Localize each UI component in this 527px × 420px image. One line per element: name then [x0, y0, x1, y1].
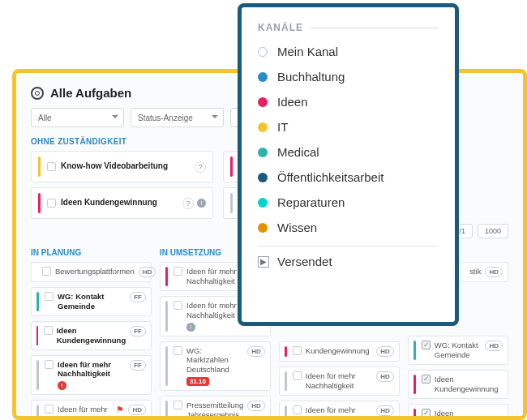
- channel-item-sent[interactable]: ▶ Versendet: [258, 255, 439, 268]
- channel-item-wissen[interactable]: Wissen: [258, 221, 439, 234]
- task-card[interactable]: Ideen Kundengewinnung: [408, 370, 508, 399]
- channel-item-it[interactable]: IT: [258, 120, 439, 134]
- channel-label: IT: [277, 120, 288, 134]
- channel-dot-icon: [258, 97, 268, 107]
- divider: [258, 246, 439, 246]
- checkbox[interactable]: [293, 346, 302, 355]
- channel-item-reparaturen[interactable]: Reparaturen: [258, 195, 439, 209]
- filter-all-label: Alle: [38, 114, 52, 122]
- channel-color-bar: [38, 156, 41, 177]
- channel-label: Buchhaltung: [277, 70, 345, 84]
- task-name: WG: Kontakt Gemeinde: [58, 292, 126, 311]
- channel-dot-icon: [258, 173, 268, 182]
- task-card[interactable]: Ideen für mehr Nachhaltigkeit!HD: [279, 401, 400, 420]
- filter-status-select[interactable]: Status-Anzeige: [131, 108, 224, 127]
- channel-dot-icon: [258, 198, 268, 208]
- task-card[interactable]: Ideen KundengewinnungFF: [31, 321, 152, 350]
- checkbox[interactable]: [174, 267, 182, 276]
- pager-count[interactable]: 1000: [478, 224, 508, 238]
- task-name: Ideen Kundengewinnung: [435, 375, 503, 394]
- channel-item-ideen[interactable]: Ideen: [258, 95, 439, 109]
- badge: HD: [485, 341, 503, 351]
- checkbox[interactable]: [422, 409, 431, 418]
- checkbox[interactable]: [42, 267, 51, 276]
- task-card[interactable]: Pressemitteilung Jahresergebnis31.10HD: [160, 396, 271, 420]
- task-row[interactable]: Ideen Kundengewinnung ?!: [31, 187, 213, 219]
- channel-item-medical[interactable]: Medical: [258, 145, 439, 159]
- channel-item-mein[interactable]: Mein Kanal: [258, 45, 439, 58]
- channel-label: Medical: [277, 145, 319, 159]
- alert-icon: !: [58, 381, 66, 390]
- badge: HD: [247, 401, 265, 411]
- checkbox[interactable]: [422, 375, 431, 384]
- channel-dot-icon: [258, 148, 268, 157]
- task-card[interactable]: BewertungsplattformenHD: [31, 262, 152, 282]
- chevron-down-icon: [212, 115, 218, 118]
- badge: HD: [139, 267, 156, 277]
- checkbox[interactable]: [45, 360, 54, 369]
- task-card[interactable]: WG: Kontakt GemeindeFF: [31, 287, 152, 316]
- task-card[interactable]: Ideen für mehr Nachhaltigkeit!FF: [31, 355, 152, 396]
- date-badge: 31.10: [186, 377, 209, 386]
- checkbox[interactable]: [44, 326, 53, 335]
- badge: HD: [376, 346, 394, 357]
- task-name: Ideen für mehr Nachhaltigkeit: [186, 267, 243, 286]
- channel-item-oeffentlichkeit[interactable]: Öffentlichkeitsarbeit: [258, 170, 439, 184]
- checkbox[interactable]: [47, 162, 56, 171]
- task-name: Pressemitteilung Jahresergebnis: [186, 401, 243, 420]
- badge: FF: [130, 360, 146, 371]
- checkbox[interactable]: [45, 292, 54, 301]
- task-name: Ideen für mehr Nachhaltigkeit: [58, 405, 112, 420]
- chevron-down-icon: [112, 115, 118, 118]
- task-name: Kundengewinnung: [306, 346, 372, 356]
- alert-icon: !: [197, 199, 206, 208]
- alert-icon: !: [186, 323, 195, 332]
- task-name: Ideen für mehr Nachhaltigkeit: [306, 371, 372, 391]
- task-card[interactable]: WG: Marktzahlen Deutschland31.10HD: [160, 341, 271, 392]
- task-card[interactable]: KundengewinnungHD: [279, 341, 400, 362]
- badge: HD: [485, 267, 503, 277]
- task-card[interactable]: Ideen für mehr Nachhaltigkeit!⚑HD: [31, 400, 152, 420]
- channel-label: Reparaturen: [277, 195, 345, 209]
- checkbox[interactable]: [293, 405, 302, 414]
- channel-label: Wissen: [277, 221, 317, 234]
- panel-title: KANÄLE: [258, 22, 303, 33]
- channel-label: Mein Kanal: [277, 45, 338, 58]
- channels-panel: KANÄLE Mein Kanal Buchhaltung Ideen IT M…: [238, 3, 459, 326]
- task-name: Know-how Videobarbeitung: [61, 161, 190, 172]
- channel-dot-icon: [258, 223, 268, 233]
- checkbox[interactable]: [422, 341, 431, 349]
- channel-dot-icon: [258, 122, 268, 132]
- checkbox[interactable]: [174, 346, 182, 355]
- task-card[interactable]: Ideen Kundengewinnung: [408, 404, 508, 421]
- filter-all-select[interactable]: Alle: [31, 108, 124, 127]
- channel-label: Versendet: [277, 255, 332, 268]
- task-name: WG: Kontakt Gemeinde: [435, 341, 482, 360]
- channel-label: Ideen: [277, 95, 308, 109]
- task-card[interactable]: WG: Kontakt GemeindeHD: [408, 336, 508, 365]
- channel-color-bar: [230, 193, 233, 213]
- channel-item-buchhaltung[interactable]: Buchhaltung: [258, 70, 439, 84]
- send-icon: ▶: [258, 256, 269, 268]
- channel-dot-icon: [258, 72, 268, 82]
- checkbox[interactable]: [293, 371, 302, 380]
- checkbox[interactable]: [47, 199, 56, 208]
- help-icon[interactable]: ?: [182, 198, 194, 209]
- badge: FF: [130, 326, 146, 336]
- badge: FF: [130, 292, 146, 302]
- checkbox[interactable]: [45, 405, 54, 414]
- channel-color-bar: [38, 193, 41, 213]
- checkbox[interactable]: [174, 301, 182, 310]
- channel-dot-icon: [258, 47, 268, 57]
- task-name: WG: Marktzahlen Deutschland: [186, 346, 243, 375]
- task-name: Ideen Kundengewinnung: [57, 326, 126, 345]
- task-row[interactable]: Know-how Videobarbeitung ?: [31, 151, 213, 182]
- filter-status-label: Status-Anzeige: [138, 114, 193, 122]
- checkbox[interactable]: [174, 401, 182, 409]
- task-name: Ideen Kundengewinnung: [435, 409, 503, 421]
- task-name: Ideen Kundengewinnung: [61, 198, 178, 208]
- help-icon[interactable]: ?: [195, 161, 206, 173]
- target-icon: [31, 87, 44, 100]
- task-card[interactable]: Ideen für mehr NachhaltigkeitHD: [279, 366, 400, 396]
- channel-label: Öffentlichkeitsarbeit: [277, 170, 383, 184]
